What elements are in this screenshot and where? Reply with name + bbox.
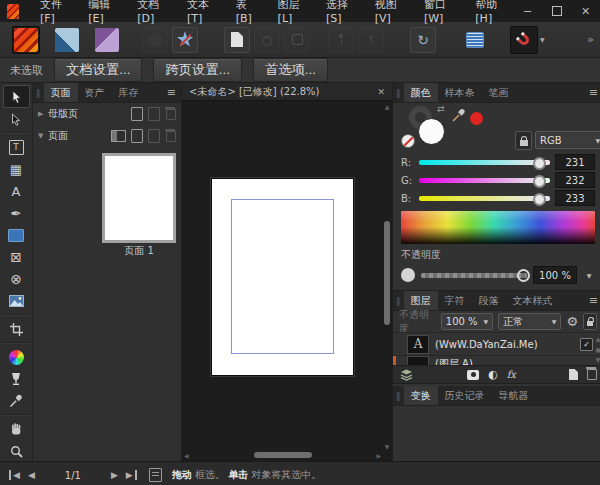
tab-history[interactable]: 历史记录 bbox=[438, 386, 492, 405]
tab-swatches[interactable]: 样本条 bbox=[438, 83, 482, 102]
menu-select[interactable]: 选择[S] bbox=[314, 0, 363, 22]
master-pages-row[interactable]: ▶ 母版页 bbox=[33, 103, 181, 125]
scroll-up-icon[interactable]: ▲ bbox=[385, 103, 390, 110]
blue-slider-handle[interactable] bbox=[533, 193, 546, 206]
frame-text-tool[interactable]: T bbox=[4, 136, 29, 158]
menu-document[interactable]: 文档[D] bbox=[125, 0, 175, 22]
blue-value-field[interactable]: 233 bbox=[555, 190, 595, 206]
toolbar-overflow-button[interactable]: » bbox=[587, 33, 594, 46]
rectangle-tool[interactable] bbox=[4, 224, 29, 246]
vertical-scrollbar-thumb[interactable] bbox=[384, 221, 390, 325]
menu-window[interactable]: 窗口[W] bbox=[412, 0, 463, 22]
layers-opacity-select[interactable]: 100 % ▼ bbox=[441, 313, 493, 330]
layer-visibility-checkbox[interactable]: ✓ bbox=[580, 338, 593, 351]
gear-icon[interactable]: ⚙ bbox=[566, 314, 578, 329]
publisher-persona-button[interactable] bbox=[12, 26, 40, 54]
scroll-down-icon[interactable]: ▼ bbox=[596, 356, 600, 363]
document-tab[interactable]: <未命名> [已修改] (22.8%) ✕ bbox=[182, 83, 392, 101]
node-tool[interactable] bbox=[4, 108, 29, 130]
horizontal-scrollbar[interactable]: ◀ ▶ bbox=[184, 451, 381, 459]
scroll-right-icon[interactable]: ▶ bbox=[376, 452, 381, 459]
document-setup-button[interactable]: 文档设置... bbox=[54, 58, 142, 82]
tab-character[interactable]: 字符 bbox=[438, 291, 472, 310]
add-page-icon[interactable] bbox=[131, 129, 143, 143]
pen-tool[interactable]: ✒ bbox=[4, 202, 29, 224]
new-document-button[interactable] bbox=[224, 27, 250, 53]
panel-grip-icon[interactable]: ‖ bbox=[393, 386, 404, 405]
no-color-icon[interactable] bbox=[401, 134, 415, 148]
mask-layer-button[interactable] bbox=[467, 370, 479, 380]
spread-setup-button[interactable]: 跨页设置... bbox=[153, 58, 241, 82]
crop-tool[interactable] bbox=[4, 318, 29, 340]
move-tool[interactable] bbox=[3, 85, 30, 108]
color-lock-button[interactable] bbox=[515, 131, 532, 150]
maximize-button[interactable] bbox=[542, 0, 571, 22]
pages-panel-menu-button[interactable]: ≡ bbox=[162, 83, 181, 102]
baseline-grid-button[interactable] bbox=[462, 27, 488, 53]
pages-view-icon[interactable] bbox=[149, 468, 162, 482]
menu-layer[interactable]: 图层[L] bbox=[266, 0, 314, 22]
document-close-icon[interactable]: ✕ bbox=[377, 87, 385, 97]
transparency-tool[interactable] bbox=[4, 368, 29, 390]
gradient-tool[interactable] bbox=[4, 346, 29, 368]
view-tool[interactable] bbox=[4, 418, 29, 440]
picture-frame-rectangle-tool[interactable]: ⊠ bbox=[4, 246, 29, 268]
opacity-value-field[interactable]: 100 % bbox=[533, 266, 577, 284]
fill-color-well[interactable] bbox=[418, 118, 445, 145]
layer-lock-button[interactable] bbox=[583, 313, 597, 330]
preferences-button[interactable]: 首选项... bbox=[253, 58, 328, 82]
next-page-button[interactable]: ▶ bbox=[111, 470, 118, 480]
tab-stock[interactable]: 库存 bbox=[112, 83, 146, 102]
panel-grip-icon[interactable]: ‖ bbox=[33, 83, 44, 102]
color-panel-menu-button[interactable]: ≡ bbox=[584, 83, 600, 102]
menu-text[interactable]: 文本[T] bbox=[175, 0, 224, 22]
tab-color[interactable]: 颜色 bbox=[404, 83, 438, 102]
opacity-slider-handle[interactable] bbox=[517, 269, 530, 282]
blend-mode-select[interactable]: 正常 ▼ bbox=[498, 313, 561, 330]
tab-pages[interactable]: 页面 bbox=[44, 83, 78, 102]
chevron-right-icon[interactable]: ▶ bbox=[38, 110, 48, 118]
layers-panel-menu-button[interactable]: ≡ bbox=[584, 291, 600, 310]
horizontal-scrollbar-thumb[interactable] bbox=[254, 452, 312, 458]
document-page[interactable] bbox=[211, 178, 354, 376]
menu-edit[interactable]: 编辑[E] bbox=[76, 0, 125, 22]
blue-slider[interactable] bbox=[419, 196, 550, 201]
rotate-view-button[interactable]: ↻ bbox=[410, 27, 436, 53]
green-slider-handle[interactable] bbox=[533, 175, 546, 188]
layer-row-text[interactable]: A (WwW.DaYanZai.Me) ✓ bbox=[393, 333, 600, 356]
red-value-field[interactable]: 231 bbox=[555, 154, 595, 170]
swap-colors-icon[interactable]: ⇄ bbox=[437, 104, 445, 114]
apply-master-icon[interactable] bbox=[111, 130, 126, 142]
close-button[interactable]: ✕ bbox=[571, 0, 600, 22]
artistic-text-tool[interactable]: A bbox=[4, 180, 29, 202]
new-layer-button[interactable] bbox=[569, 369, 578, 380]
designer-persona-button[interactable] bbox=[54, 27, 80, 53]
menu-view[interactable]: 视图[V] bbox=[363, 0, 412, 22]
opacity-slider[interactable] bbox=[421, 273, 527, 278]
photo-persona-button[interactable] bbox=[94, 27, 120, 53]
last-page-button[interactable]: ▶ bbox=[126, 470, 137, 480]
vertical-scrollbar[interactable]: ▲ ▼ bbox=[383, 103, 391, 450]
panel-grip-icon[interactable]: ‖ bbox=[393, 83, 404, 102]
color-picker-tool[interactable] bbox=[4, 390, 29, 412]
first-page-button[interactable]: ◀ bbox=[9, 470, 20, 480]
scroll-left-icon[interactable]: ◀ bbox=[184, 452, 189, 459]
tab-assets[interactable]: 资产 bbox=[78, 83, 112, 102]
layers-scrollbar[interactable]: ▲ ● ▼ bbox=[593, 333, 600, 365]
color-mode-select[interactable]: RGB ▼ bbox=[535, 131, 600, 149]
pages-row[interactable]: ▼ 页面 bbox=[33, 125, 181, 147]
tab-navigator[interactable]: 导航器 bbox=[492, 386, 536, 405]
minimize-button[interactable]: − bbox=[513, 0, 542, 22]
menu-help[interactable]: 帮助[H] bbox=[463, 0, 513, 22]
recent-color-swatch[interactable] bbox=[470, 112, 483, 125]
snapping-dropdown[interactable]: ▼ bbox=[540, 36, 545, 43]
studiolink-button[interactable] bbox=[172, 27, 198, 53]
snapping-button[interactable] bbox=[510, 26, 538, 54]
table-tool[interactable]: ▦ bbox=[4, 158, 29, 180]
red-slider-handle[interactable] bbox=[533, 157, 546, 170]
color-spectrum[interactable] bbox=[401, 211, 595, 244]
picture-frame-ellipse-tool[interactable]: ⊗ bbox=[4, 268, 29, 290]
tab-transform[interactable]: 变换 bbox=[404, 386, 438, 405]
green-value-field[interactable]: 232 bbox=[555, 172, 595, 188]
zoom-tool[interactable] bbox=[4, 440, 29, 461]
